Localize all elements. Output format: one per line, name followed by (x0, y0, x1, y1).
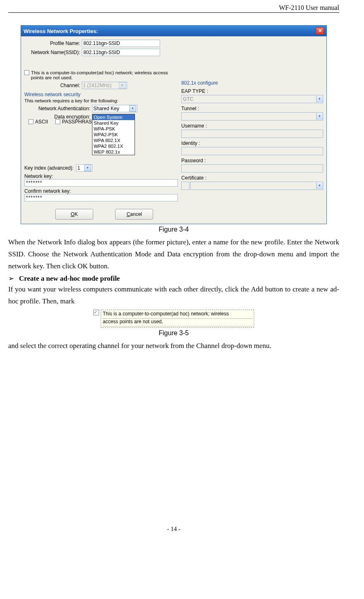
chevron-down-icon[interactable]: ▾ (129, 105, 136, 112)
passphrase-checkbox[interactable] (55, 119, 60, 124)
cancel-button[interactable]: Cancel (115, 209, 153, 220)
ascii-checkbox[interactable] (28, 119, 33, 124)
keyindex-label: Key index (advanced): (24, 165, 73, 171)
eap-type-label: EAP TYPE : (181, 88, 323, 94)
username-label: Username : (181, 123, 323, 129)
certificate-checkbox (181, 182, 189, 190)
chevron-down-icon: ▾ (316, 96, 323, 102)
adhoc-tooltip: This is a computer-to-computer(ad hoc) n… (101, 310, 254, 327)
identity-label: Identity : (181, 140, 323, 146)
paragraph-3: and select the correct operating channel… (8, 340, 339, 352)
passphrase-label: PASSPHRASE (62, 119, 95, 125)
network-key-label: Network key: (24, 173, 178, 179)
adhoc-checkbox-checked[interactable] (93, 310, 99, 315)
tunnel-select: ▾ (181, 112, 323, 121)
keyindex-value: 1 (77, 165, 80, 171)
auth-option[interactable]: WPA2 802.1X (92, 143, 135, 149)
chevron-down-icon: ▾ (316, 182, 323, 189)
auth-option[interactable]: WEP 802.1x (92, 149, 135, 155)
tunnel-label: Tunnel : (181, 106, 323, 111)
security-desc: This network requires a key for the foll… (24, 98, 178, 103)
right-panel: 802.1x configure EAP TYPE : GTC ▾ Tunnel… (178, 38, 323, 221)
paragraph-1: When the Network Info dialog box appears… (8, 237, 339, 272)
password-input (181, 164, 323, 173)
dotx-group-label: 802.1x configure (181, 80, 323, 86)
certificate-label: Certificate : (181, 175, 323, 181)
eap-type-select: GTC ▾ (181, 95, 323, 103)
auth-option[interactable]: WPA2-PSK (92, 132, 135, 137)
chevron-down-icon: ▾ (316, 113, 323, 120)
auth-value: Shared Key (93, 106, 119, 111)
identity-input (181, 147, 323, 155)
chevron-down-icon[interactable]: ▾ (84, 165, 91, 171)
bullet-arrow-icon: ➢ (8, 275, 14, 282)
chevron-down-icon: ▾ (119, 82, 126, 89)
password-label: Password : (181, 158, 323, 163)
figure-3-4-caption: Figure 3-4 (8, 226, 339, 233)
figure-3-5: This is a computer-to-computer(ad hoc) n… (93, 310, 254, 327)
security-group-label: Wireless network security (24, 92, 178, 97)
window-title: Wireless Network Properties: (24, 28, 316, 34)
ascii-label: ASCII (35, 119, 48, 125)
paragraph-2: If you want your wireless computers comm… (8, 284, 339, 308)
ssid-label: Network Name(SSID): (24, 50, 82, 55)
eap-type-value: GTC (182, 96, 193, 102)
profile-name-label: Profile Name: (24, 40, 82, 46)
confirm-key-label: Confirm network key: (24, 188, 178, 194)
auth-label: Network Authentication: (24, 106, 92, 111)
titlebar[interactable]: Wireless Network Properties: ✕ (21, 26, 326, 36)
username-input (181, 130, 323, 138)
auth-option[interactable]: Open System (92, 114, 135, 120)
adhoc-checkbox-label: This is a computer-to-computer(ad hoc) n… (31, 70, 178, 80)
confirm-key-input[interactable] (24, 194, 178, 201)
page-footer: - 14 - (8, 526, 339, 533)
channel-select: 1 (2412MHz) ▾ (82, 82, 127, 89)
adhoc-checkbox[interactable] (24, 70, 29, 75)
channel-label: Channel: (24, 83, 82, 88)
profile-name-input[interactable] (82, 40, 160, 47)
ok-button[interactable]: OK (55, 209, 93, 220)
close-icon[interactable]: ✕ (316, 27, 324, 35)
ssid-input[interactable] (82, 49, 160, 56)
bullet-adhoc: ➢Create a new ad-hoc mode profile (8, 274, 339, 283)
keyindex-select[interactable]: 1 ▾ (76, 164, 92, 172)
network-key-input[interactable] (24, 179, 178, 187)
page-header: WF-2110 User manual (8, 4, 339, 13)
auth-option[interactable]: Shared Key (92, 120, 135, 126)
figure-3-5-caption: Figure 3-5 (8, 329, 339, 337)
auth-select[interactable]: Shared Key ▾ (92, 105, 137, 112)
certificate-select: ▾ (190, 182, 323, 190)
channel-value: 1 (2412MHz) (83, 83, 111, 88)
wireless-properties-dialog: Wireless Network Properties: ✕ Profile N… (21, 25, 327, 224)
left-panel: Profile Name: Network Name(SSID): This i… (24, 38, 178, 221)
auth-option[interactable]: WPA-PSK (92, 126, 135, 132)
auth-option[interactable]: WPA 802.1X (92, 137, 135, 143)
auth-dropdown-list[interactable]: Open System Shared Key WPA-PSK WPA2-PSK … (92, 114, 135, 155)
